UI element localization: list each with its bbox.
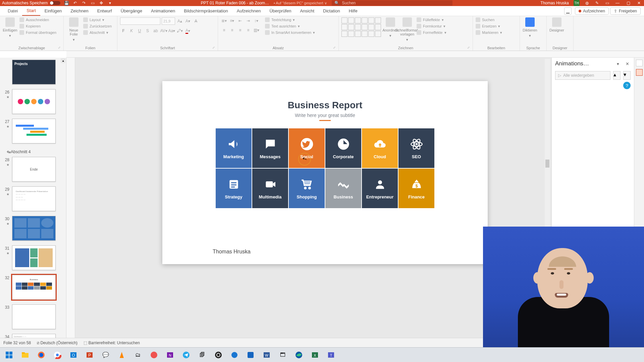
find-button[interactable]: Suchen — [476, 17, 502, 22]
share-button[interactable]: ⇪Freigeben — [610, 7, 641, 15]
font-color-button[interactable]: A▾ — [184, 27, 191, 34]
slide-thumbnail-panel[interactable]: ▴ Projects 26★ 27★ — [0, 58, 66, 353]
dialog-launcher-icon[interactable]: ⤢ — [58, 46, 61, 49]
maximize-button[interactable]: ▢ — [625, 1, 631, 5]
cut-button[interactable]: Ausschneiden — [19, 17, 56, 22]
vertical-ruler[interactable] — [66, 58, 75, 353]
shape-outline-button[interactable]: Formkontur ▾ — [417, 24, 446, 28]
tile-strategy[interactable]: Strategy — [216, 169, 252, 208]
user-name[interactable]: Thomas Hruska — [540, 1, 569, 5]
tile-business[interactable]: Business — [325, 169, 361, 208]
autosave-switch-icon[interactable] — [50, 1, 60, 5]
save-icon[interactable]: 💾 — [64, 0, 69, 6]
window-icon[interactable]: ▭ — [604, 0, 610, 6]
highlight-button[interactable]: 🖍▾ — [176, 27, 183, 34]
lang-indicator[interactable]: ⎚ Deutsch (Österreich) — [37, 341, 77, 345]
ribbon-collapse-button[interactable]: ▁ — [564, 7, 572, 15]
tab-ueberpruefen[interactable]: Überprüfen — [265, 6, 296, 16]
slide[interactable]: Business Report Write here your great su… — [162, 81, 488, 264]
italic-button[interactable]: K — [128, 27, 135, 34]
clear-format-button[interactable]: A̶ — [193, 18, 199, 24]
tile-messages[interactable]: Messages — [252, 128, 288, 168]
tab-animationen[interactable]: Animationen — [147, 6, 179, 16]
spacing-button[interactable]: AV▾ — [160, 27, 167, 34]
justify-button[interactable]: ≡ — [245, 27, 252, 34]
tab-file[interactable]: Datei — [3, 6, 22, 16]
shapes-gallery[interactable] — [341, 17, 381, 37]
outlook-icon[interactable]: O — [66, 349, 80, 361]
dialog-launcher-icon[interactable]: ⤢ — [467, 46, 470, 49]
bold-button[interactable]: F — [120, 27, 127, 34]
section-header[interactable]: Abschnitt 4 — [2, 148, 63, 157]
redo-icon[interactable]: ↷ — [81, 0, 87, 6]
minimize-button[interactable]: — — [614, 1, 621, 5]
slide-thumbnail[interactable] — [12, 89, 56, 114]
quickstyles-button[interactable]: Schnellformat-vorlagen▾ — [400, 17, 415, 42]
help-button[interactable]: ? — [623, 82, 631, 89]
tile-corporate[interactable]: Corporate — [325, 128, 361, 168]
accessibility-indicator[interactable]: ⬚ Barrierefreiheit: Untersuchen — [84, 341, 140, 345]
align-right-button[interactable]: ≡ — [237, 27, 244, 34]
scrollbar-thumb[interactable] — [545, 160, 549, 168]
slide-canvas[interactable]: Business Report Write here your great su… — [75, 58, 551, 353]
tile-social[interactable]: Social — [289, 128, 325, 168]
strike-button[interactable]: S — [144, 27, 151, 34]
teams-icon[interactable]: T — [324, 349, 338, 361]
slide-title[interactable]: Business Report — [162, 100, 488, 111]
tile-seo[interactable]: SEO — [398, 128, 434, 168]
app-icon[interactable]: 🗐 — [195, 349, 209, 361]
tile-multimedia[interactable]: Multimedia — [252, 169, 288, 208]
firefox-icon[interactable] — [34, 349, 48, 361]
slide-thumbnail[interactable]: Ende — [12, 157, 56, 182]
play-all-button[interactable]: ▷Alle wiedergeben — [555, 71, 610, 80]
pane-dropdown-icon[interactable]: ▾ — [614, 60, 621, 67]
tab-einfuegen[interactable]: Einfügen — [40, 6, 66, 16]
undo-icon[interactable]: ↶ — [72, 0, 78, 6]
shape-effects-button[interactable]: Formeffekte ▾ — [417, 30, 446, 35]
slide-thumbnail[interactable] — [12, 245, 56, 270]
slide-thumbnail[interactable]: Projects — [12, 60, 56, 84]
slide-thumbnail[interactable] — [12, 216, 56, 241]
numbering-button[interactable]: ≡▾ — [229, 17, 235, 24]
section-button[interactable]: Abschnitt ▾ — [83, 30, 112, 35]
shadow-button[interactable]: ab — [152, 27, 159, 34]
search-input[interactable]: 🔍 Suchen — [332, 0, 452, 6]
increase-font-button[interactable]: A▴ — [176, 18, 183, 24]
tab-aufzeichnen[interactable]: Aufzeichnen — [232, 6, 265, 16]
tab-ansicht[interactable]: Ansicht — [296, 6, 319, 16]
tab-uebergaenge[interactable]: Übergänge — [116, 6, 147, 16]
autosave-toggle[interactable]: Automatisches Speichern — [2, 1, 60, 5]
bullets-button[interactable]: ≣▾ — [221, 17, 227, 24]
tab-start[interactable]: Start — [22, 6, 40, 16]
slide-thumbnail[interactable]: Dashboard basierende Präsentation— — — —… — [12, 186, 56, 211]
record-button[interactable]: Aufzeichnen — [575, 7, 609, 15]
close-button[interactable]: ✕ — [636, 1, 642, 5]
step-down-button[interactable]: ▾ — [623, 71, 631, 80]
shape-fill-button[interactable]: Fülleffekte ▾ — [417, 17, 446, 22]
tile-finance[interactable]: $Finance — [398, 169, 434, 208]
font-size-input[interactable] — [162, 17, 175, 25]
tab-entwurf[interactable]: Entwurf — [93, 6, 116, 16]
dialog-launcher-icon[interactable]: ⤢ — [212, 46, 215, 49]
decrease-font-button[interactable]: A▾ — [184, 18, 191, 24]
tile-cloud[interactable]: Cloud — [362, 128, 398, 168]
columns-button[interactable]: ▥▾ — [253, 27, 260, 34]
step-up-button[interactable]: ▴ — [613, 71, 621, 80]
thumb-scroll-up[interactable]: ▴ — [61, 58, 65, 63]
indent-dec-button[interactable]: ⇤ — [237, 17, 244, 24]
document-title[interactable]: PPT 01 Roter Faden 006 - ab Zoom… — [201, 1, 269, 5]
paste-button[interactable]: Einfügen▾ — [3, 17, 17, 38]
strip-button[interactable] — [636, 60, 643, 66]
excel-icon[interactable]: X — [308, 349, 322, 361]
text-direction-button[interactable]: Textrichtung ▾ — [265, 17, 315, 22]
replace-button[interactable]: Ersetzen ▾ — [476, 24, 502, 28]
tile-entrepreneur[interactable]: Entrepreneur — [362, 169, 398, 208]
app-icon[interactable]: 🗔 — [276, 349, 290, 361]
edge-icon[interactable] — [292, 349, 306, 361]
smartart-button[interactable]: In SmartArt konvertieren ▾ — [265, 30, 315, 35]
explorer-icon[interactable] — [18, 349, 32, 361]
copy-button[interactable]: Kopieren — [19, 24, 56, 28]
tile-shopping[interactable]: Shopping — [289, 169, 325, 208]
telegram-icon[interactable] — [179, 349, 193, 361]
slide-subtitle[interactable]: Write here your great subtitle — [162, 113, 488, 118]
